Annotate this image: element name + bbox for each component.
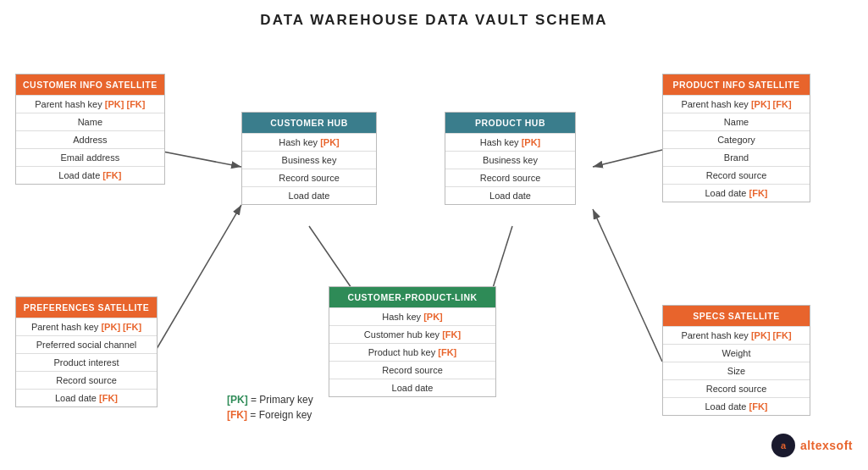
table-row: Record source bbox=[663, 166, 810, 184]
table-row: Record source bbox=[242, 169, 376, 186]
pk-legend: [PK] = Primary key bbox=[227, 394, 313, 406]
customer-info-satellite-header: CUSTOMER INFO SATELLITE bbox=[16, 75, 164, 95]
table-row: Parent hash key [PK] [FK] bbox=[16, 318, 157, 335]
svg-text:a: a bbox=[781, 440, 787, 451]
table-row: Load date bbox=[242, 186, 376, 204]
table-row: Preferred social channel bbox=[16, 335, 157, 353]
schema-area: CUSTOMER INFO SATELLITE Parent hash key … bbox=[0, 36, 868, 467]
table-row: Name bbox=[16, 113, 164, 130]
logo: a altexsoft bbox=[771, 434, 853, 457]
table-row: Load date bbox=[329, 379, 495, 396]
table-row: Load date bbox=[445, 186, 575, 204]
table-row: Email address bbox=[16, 148, 164, 166]
svg-line-1 bbox=[154, 150, 241, 167]
table-row: Load date [FK] bbox=[663, 184, 810, 202]
page: DATA WAREHOUSE DATA VAULT SCHEMA bbox=[0, 0, 868, 470]
specs-satellite-header: SPECS SATELLITE bbox=[663, 306, 810, 326]
product-hub-table: PRODUCT HUB Hash key [PK] Business key R… bbox=[445, 112, 576, 205]
table-row: Weight bbox=[663, 344, 810, 362]
table-row: Category bbox=[663, 130, 810, 148]
table-row: Load date [FK] bbox=[16, 166, 164, 184]
table-row: Parent hash key [PK] [FK] bbox=[663, 95, 810, 113]
table-row: Hash key [PK] bbox=[445, 133, 575, 151]
table-row: Business key bbox=[445, 151, 575, 169]
customer-product-link-header: CUSTOMER-PRODUCT-LINK bbox=[329, 287, 495, 307]
table-row: Product interest bbox=[16, 353, 157, 371]
svg-line-6 bbox=[593, 209, 662, 362]
table-row: Parent hash key [PK] [FK] bbox=[663, 326, 810, 344]
specs-satellite-table: SPECS SATELLITE Parent hash key [PK] [FK… bbox=[662, 305, 810, 416]
table-row: Name bbox=[663, 113, 810, 130]
customer-info-satellite-table: CUSTOMER INFO SATELLITE Parent hash key … bbox=[15, 74, 165, 185]
table-row: Load date [FK] bbox=[16, 389, 157, 406]
legend: [PK] = Primary key [FK] = Foreign key bbox=[227, 394, 313, 421]
table-row: Parent hash key [PK] [FK] bbox=[16, 95, 164, 113]
product-info-satellite-header: PRODUCT INFO SATELLITE bbox=[663, 75, 810, 95]
product-hub-header: PRODUCT HUB bbox=[445, 113, 575, 133]
customer-hub-header: CUSTOMER HUB bbox=[242, 113, 376, 133]
preferences-satellite-header: PREFERENCES SATELLITE bbox=[16, 297, 157, 318]
page-title: DATA WAREHOUSE DATA VAULT SCHEMA bbox=[0, 0, 868, 36]
table-row: Product hub key [FK] bbox=[329, 343, 495, 361]
table-row: Customer hub key [FK] bbox=[329, 325, 495, 343]
table-row: Hash key [PK] bbox=[329, 307, 495, 325]
logo-text: altexsoft bbox=[800, 439, 853, 452]
table-row: Record source bbox=[445, 169, 575, 186]
svg-line-2 bbox=[154, 205, 241, 353]
table-row: Brand bbox=[663, 148, 810, 166]
table-row: Record source bbox=[16, 371, 157, 389]
logo-svg: a bbox=[776, 438, 791, 453]
customer-product-link-table: CUSTOMER-PRODUCT-LINK Hash key [PK] Cust… bbox=[329, 286, 496, 397]
svg-line-5 bbox=[593, 150, 662, 167]
fk-legend: [FK] = Foreign key bbox=[227, 409, 313, 421]
table-row: Load date [FK] bbox=[663, 397, 810, 415]
product-info-satellite-table: PRODUCT INFO SATELLITE Parent hash key [… bbox=[662, 74, 810, 202]
customer-hub-table: CUSTOMER HUB Hash key [PK] Business key … bbox=[241, 112, 377, 205]
table-row: Hash key [PK] bbox=[242, 133, 376, 151]
table-row: Business key bbox=[242, 151, 376, 169]
table-row: Address bbox=[16, 130, 164, 148]
table-row: Record source bbox=[329, 361, 495, 379]
table-row: Size bbox=[663, 362, 810, 379]
preferences-satellite-table: PREFERENCES SATELLITE Parent hash key [P… bbox=[15, 296, 158, 407]
logo-icon: a bbox=[771, 434, 795, 457]
table-row: Record source bbox=[663, 379, 810, 397]
